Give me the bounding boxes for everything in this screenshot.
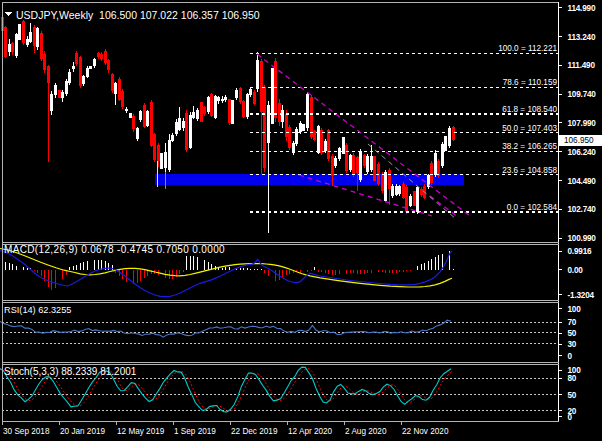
svg-text:20 Jan 2019: 20 Jan 2019 [60, 427, 106, 436]
svg-text:23.6 = 104.858: 23.6 = 104.858 [502, 166, 557, 175]
svg-text:1 Sep 2019: 1 Sep 2019 [174, 427, 216, 436]
svg-text:RSI(14) 62.3255: RSI(14) 62.3255 [4, 305, 71, 315]
svg-text:109.740: 109.740 [568, 90, 597, 99]
svg-text:30 Sep 2018: 30 Sep 2018 [3, 427, 50, 436]
svg-text:61.8 = 108.540: 61.8 = 108.540 [502, 105, 557, 114]
svg-text:104.490: 104.490 [568, 177, 597, 186]
svg-text:106.240: 106.240 [568, 148, 597, 157]
svg-text:107.990: 107.990 [568, 119, 597, 128]
svg-text:70: 70 [568, 318, 577, 327]
svg-text:38.2 = 106.265: 38.2 = 106.265 [502, 142, 557, 151]
svg-text:12 May 2019: 12 May 2019 [117, 427, 165, 436]
svg-text:30: 30 [568, 340, 577, 349]
svg-text:USDJPY,Weekly 106.500 107.022: USDJPY,Weekly 106.500 107.022 106.357 10… [16, 9, 260, 21]
svg-text:78.6 = 110.159: 78.6 = 110.159 [503, 78, 558, 87]
svg-text:113.240: 113.240 [568, 33, 596, 42]
svg-text:MACD(12,26,9) 0.0678 -0.4745 0: MACD(12,26,9) 0.0678 -0.4745 0.7050 0.00… [4, 244, 225, 255]
svg-text:12 Apr 2020: 12 Apr 2020 [288, 427, 333, 436]
svg-text:50: 50 [568, 391, 577, 400]
svg-text:0.00: 0.00 [568, 266, 584, 275]
svg-text:100: 100 [568, 305, 582, 314]
svg-text:2 Aug 2020: 2 Aug 2020 [345, 427, 387, 436]
svg-text:0.0 = 102.584: 0.0 = 102.584 [507, 203, 558, 212]
svg-text:114.990: 114.990 [568, 4, 596, 13]
svg-text:106.950: 106.950 [564, 136, 594, 145]
svg-text:Stoch(5,3,3) 88.2339 81.2001: Stoch(5,3,3) 88.2339 81.2001 [4, 366, 137, 377]
svg-text:100.990: 100.990 [568, 234, 597, 243]
svg-text:22 Dec 2019: 22 Dec 2019 [231, 427, 278, 436]
svg-text:0: 0 [568, 413, 573, 422]
svg-text:-1.3204: -1.3204 [568, 291, 595, 300]
svg-text:50.0 = 107.403: 50.0 = 107.403 [502, 124, 557, 133]
svg-text:111.490: 111.490 [568, 61, 596, 70]
svg-text:80: 80 [568, 374, 577, 383]
svg-text:50: 50 [568, 329, 577, 338]
svg-text:0.9916: 0.9916 [568, 247, 592, 256]
svg-text:100.0 = 112.221: 100.0 = 112.221 [498, 44, 557, 53]
svg-text:102.740: 102.740 [568, 205, 597, 214]
svg-text:22 Nov 2020: 22 Nov 2020 [402, 427, 449, 436]
svg-text:0: 0 [568, 352, 573, 361]
